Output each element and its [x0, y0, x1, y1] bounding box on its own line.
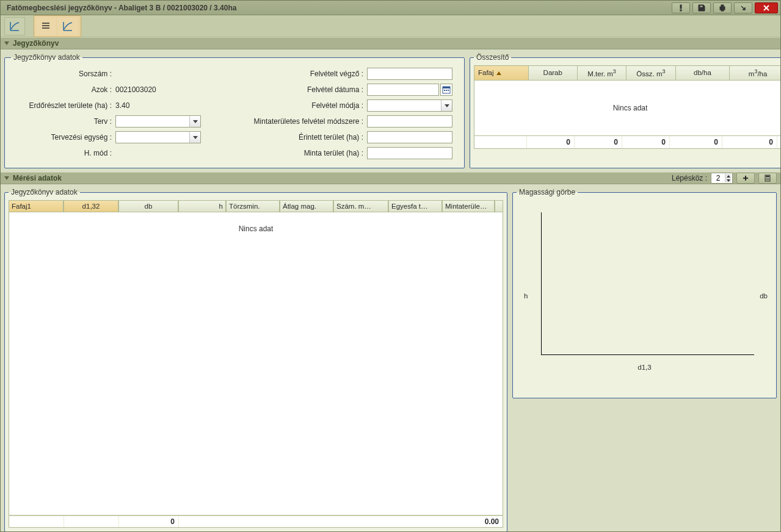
combo-felvetel-modja[interactable] [367, 99, 452, 112]
titlebar-alert-button[interactable] [672, 2, 690, 13]
form-grid: Sorszám : Felvételt végző : Azok : 00210… [11, 68, 458, 159]
grid-fieldset: Jegyzőkönyv adatok Fafaj1 d1,32 db h Tör… [4, 188, 507, 532]
summary-col-m3ha[interactable]: m3/ha [730, 66, 781, 81]
grid-legend: Jegyzőkönyv adatok [9, 188, 80, 196]
toolbar-list-button[interactable] [35, 17, 56, 35]
toolbar-curve-button[interactable] [4, 17, 25, 35]
label-mintateruletes-modszer: Mintaterületes felvétel módszere : [205, 117, 363, 126]
input-felvetel-datuma[interactable] [367, 84, 439, 96]
label-felvetel-datuma: Felvétel dátuma : [205, 85, 363, 94]
spinner-down-icon[interactable] [725, 178, 731, 182]
grid-footer-last: 0.00 [441, 516, 503, 527]
grid-col-h[interactable]: h [178, 200, 226, 212]
grid-footer: 0 0.00 [9, 516, 503, 528]
sort-asc-icon [496, 71, 501, 75]
grid-col-d13[interactable]: d1,32 [64, 200, 118, 212]
svg-rect-12 [766, 176, 769, 177]
grid-header: Fafaj1 d1,32 db h Törzsmin. Átlag mag. S… [9, 200, 503, 212]
window-title: Fatömegbecslési jegyzőkönyv - Abaliget 3… [7, 4, 669, 12]
label-erdoreszlet: Erdőrészlet területe (ha) : [11, 101, 112, 110]
label-minta-terulet: Minta terület (ha) : [205, 149, 363, 157]
title-bar: Fatömegbecslési jegyzőkönyv - Abaliget 3… [1, 1, 780, 15]
grid-col-egyesfa[interactable]: Egyesfa t… [388, 200, 442, 212]
section-title: Mérési adatok [13, 174, 62, 182]
svg-rect-0 [680, 5, 681, 9]
toolbar-group-active [34, 15, 81, 37]
calc-button[interactable] [758, 173, 777, 184]
value-erdoreszlet: 3.40 [115, 101, 201, 110]
curve-legend: Magassági görbe [517, 188, 578, 196]
input-erintett-terulet[interactable] [367, 131, 452, 143]
summary-col-mter[interactable]: M.ter. m3 [577, 66, 626, 81]
collapse-icon [4, 41, 9, 45]
label-erintett-terulet: Érintett terület (ha) : [205, 133, 363, 142]
summary-col-darab[interactable]: Darab [528, 66, 577, 81]
step-label: Lépésköz : [672, 174, 707, 182]
grid-col-szamm[interactable]: Szám. m… [333, 200, 388, 212]
label-sorszam: Sorszám : [11, 70, 112, 78]
label-tervezesi-egyseg: Tervezési egység : [11, 133, 112, 142]
y-axis-label: h [524, 292, 528, 300]
grid-col-fafaj[interactable]: Fafaj1 [9, 200, 64, 212]
titlebar-save-button[interactable] [692, 2, 711, 13]
x-axis-label: d1,3 [638, 364, 651, 371]
grid-col-db[interactable]: db [118, 200, 178, 212]
svg-rect-7 [443, 87, 450, 88]
step-value[interactable] [711, 173, 725, 183]
grid-col-mintaterule[interactable]: Mintaterüle… [442, 200, 495, 212]
section-header-jegyzokonyv[interactable]: Jegyzőkönyv [1, 37, 780, 49]
label-terv: Terv : [11, 117, 112, 126]
summary-col-fafaj[interactable]: Fafaj [474, 66, 529, 81]
step-spinner[interactable] [711, 173, 733, 184]
svg-rect-9 [446, 90, 447, 91]
label-hmod: H. mód : [11, 149, 112, 157]
summary-fieldset: Összesítő Fafaj Darab M.ter. m3 Össz. m3… [470, 53, 781, 168]
summary-legend: Összesítő [474, 53, 511, 62]
form-legend: Jegyzőkönyv adatok [11, 53, 82, 62]
svg-point-17 [767, 179, 768, 181]
toolbar [1, 15, 780, 37]
label-felvetel-modja: Felvétel módja : [205, 101, 363, 110]
svg-rect-4 [721, 5, 724, 7]
combo-terv[interactable] [115, 115, 201, 128]
curve-fieldset: Magassági görbe h db d1,3 [512, 188, 777, 398]
summary-footer: 0 0 0 0 0 [474, 135, 781, 149]
svg-rect-5 [721, 9, 724, 11]
lower-panel: Jegyzőkönyv adatok Fafaj1 d1,32 db h Tör… [1, 184, 780, 532]
close-button[interactable] [755, 2, 778, 13]
grid-scrollhead [495, 200, 503, 212]
input-mintateruletes-modszer[interactable] [367, 115, 452, 128]
summary-col-ossz[interactable]: Össz. m3 [627, 66, 675, 81]
add-button[interactable] [736, 173, 755, 184]
combo-tervezesi-egyseg[interactable] [115, 131, 201, 143]
svg-rect-10 [448, 90, 449, 91]
calendar-button[interactable] [440, 84, 452, 96]
input-minta-terulet[interactable] [367, 147, 452, 159]
height-curve-chart: h db d1,3 [517, 200, 772, 392]
grid-nodata: Nincs adat [9, 212, 503, 516]
value-azok: 0021003020 [115, 85, 201, 94]
y2-axis-label: db [760, 292, 768, 300]
summary-col-dbha[interactable]: db/ha [675, 66, 730, 81]
svg-point-14 [767, 178, 768, 179]
grid-col-atlagmag[interactable]: Átlag mag. [280, 200, 333, 212]
section-header-meresi: Mérési adatok Lépésköz : [1, 172, 780, 184]
jegyzokonyv-panel: Jegyzőkönyv adatok Sorszám : Felvételt v… [1, 49, 780, 172]
toolbar-curve2-button[interactable] [57, 17, 78, 35]
titlebar-print-button[interactable] [713, 2, 732, 13]
titlebar-popout-button[interactable] [734, 2, 752, 13]
svg-point-15 [768, 178, 769, 179]
svg-rect-2 [700, 5, 703, 7]
section-title: Jegyzőkönyv [13, 39, 59, 48]
grid-footer-db: 0 [119, 516, 179, 527]
summary-nodata: Nincs adat [474, 81, 781, 135]
grid-col-torzsmin[interactable]: Törzsmin. [226, 200, 280, 212]
svg-point-13 [766, 178, 767, 179]
svg-rect-1 [680, 10, 681, 11]
summary-table: Fafaj Darab M.ter. m3 Össz. m3 db/ha m3/… [474, 65, 781, 81]
spinner-up-icon[interactable] [725, 174, 731, 178]
svg-rect-8 [444, 90, 445, 91]
svg-point-16 [766, 179, 767, 181]
input-felvetelt-vegzo[interactable] [367, 68, 452, 80]
label-felvetelt-vegzo: Felvételt végző : [205, 70, 363, 78]
